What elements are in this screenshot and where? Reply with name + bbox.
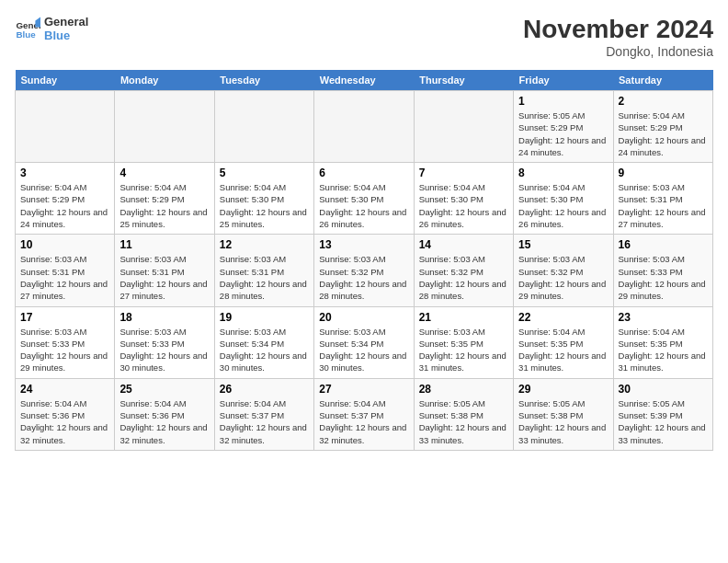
- calendar-table: SundayMondayTuesdayWednesdayThursdayFrid…: [15, 70, 713, 451]
- day-info: Sunrise: 5:04 AM Sunset: 5:37 PM Dayligh…: [220, 397, 309, 446]
- calendar-body: 1Sunrise: 5:05 AM Sunset: 5:29 PM Daylig…: [16, 91, 713, 451]
- day-number: 22: [518, 311, 608, 324]
- weekday-friday: Friday: [514, 70, 613, 91]
- day-info: Sunrise: 5:04 AM Sunset: 5:29 PM Dayligh…: [619, 109, 708, 158]
- weekday-tuesday: Tuesday: [214, 70, 313, 91]
- day-number: 10: [20, 238, 109, 251]
- week-row-3: 10Sunrise: 5:03 AM Sunset: 5:31 PM Dayli…: [16, 235, 713, 306]
- day-number: 5: [220, 167, 309, 179]
- day-cell: 21Sunrise: 5:03 AM Sunset: 5:35 PM Dayli…: [414, 306, 513, 378]
- day-cell: 2Sunrise: 5:04 AM Sunset: 5:29 PM Daylig…: [613, 91, 712, 163]
- day-info: Sunrise: 5:04 AM Sunset: 5:36 PM Dayligh…: [20, 397, 109, 446]
- svg-marker-2: [35, 17, 40, 27]
- day-number: 13: [319, 238, 408, 251]
- day-number: 18: [119, 311, 209, 324]
- day-cell: [414, 91, 513, 163]
- day-cell: 28Sunrise: 5:05 AM Sunset: 5:38 PM Dayli…: [414, 378, 513, 450]
- day-info: Sunrise: 5:04 AM Sunset: 5:36 PM Dayligh…: [119, 397, 209, 446]
- day-info: Sunrise: 5:04 AM Sunset: 5:35 PM Dayligh…: [619, 326, 708, 374]
- weekday-wednesday: Wednesday: [314, 70, 414, 91]
- day-cell: 15Sunrise: 5:03 AM Sunset: 5:32 PM Dayli…: [514, 235, 613, 306]
- week-row-5: 24Sunrise: 5:04 AM Sunset: 5:36 PM Dayli…: [16, 378, 713, 450]
- day-number: 19: [220, 311, 309, 324]
- day-cell: 29Sunrise: 5:05 AM Sunset: 5:38 PM Dayli…: [514, 378, 613, 450]
- day-cell: 24Sunrise: 5:04 AM Sunset: 5:36 PM Dayli…: [16, 378, 115, 450]
- day-cell: 16Sunrise: 5:03 AM Sunset: 5:33 PM Dayli…: [613, 235, 712, 306]
- day-cell: [16, 91, 115, 163]
- day-number: 23: [619, 311, 708, 324]
- day-number: 12: [220, 238, 309, 251]
- day-info: Sunrise: 5:05 AM Sunset: 5:39 PM Dayligh…: [619, 397, 708, 446]
- day-number: 6: [319, 167, 408, 179]
- day-number: 25: [119, 383, 209, 396]
- day-number: 2: [619, 95, 708, 108]
- day-cell: 1Sunrise: 5:05 AM Sunset: 5:29 PM Daylig…: [514, 91, 613, 163]
- day-cell: 5Sunrise: 5:04 AM Sunset: 5:30 PM Daylig…: [214, 163, 313, 235]
- logo: General Blue General Blue: [15, 15, 88, 42]
- day-info: Sunrise: 5:03 AM Sunset: 5:34 PM Dayligh…: [319, 326, 408, 374]
- day-number: 24: [20, 383, 109, 396]
- day-cell: 27Sunrise: 5:04 AM Sunset: 5:37 PM Dayli…: [314, 378, 414, 450]
- weekday-monday: Monday: [115, 70, 214, 91]
- day-number: 26: [220, 383, 309, 396]
- day-number: 14: [419, 238, 508, 251]
- day-info: Sunrise: 5:03 AM Sunset: 5:32 PM Dayligh…: [419, 253, 508, 302]
- day-cell: 9Sunrise: 5:03 AM Sunset: 5:31 PM Daylig…: [613, 163, 712, 235]
- weekday-header-row: SundayMondayTuesdayWednesdayThursdayFrid…: [16, 70, 713, 91]
- day-info: Sunrise: 5:04 AM Sunset: 5:35 PM Dayligh…: [518, 326, 608, 374]
- day-number: 20: [319, 311, 408, 324]
- day-info: Sunrise: 5:04 AM Sunset: 5:30 PM Dayligh…: [419, 181, 508, 230]
- day-info: Sunrise: 5:03 AM Sunset: 5:33 PM Dayligh…: [119, 326, 209, 374]
- day-cell: [214, 91, 313, 163]
- weekday-saturday: Saturday: [613, 70, 712, 91]
- day-cell: 20Sunrise: 5:03 AM Sunset: 5:34 PM Dayli…: [314, 306, 414, 378]
- day-info: Sunrise: 5:03 AM Sunset: 5:31 PM Dayligh…: [619, 181, 708, 230]
- day-cell: 22Sunrise: 5:04 AM Sunset: 5:35 PM Dayli…: [514, 306, 613, 378]
- day-number: 27: [319, 383, 408, 396]
- day-number: 16: [619, 238, 708, 251]
- day-info: Sunrise: 5:03 AM Sunset: 5:33 PM Dayligh…: [619, 253, 708, 302]
- day-info: Sunrise: 5:03 AM Sunset: 5:32 PM Dayligh…: [319, 253, 408, 302]
- day-info: Sunrise: 5:03 AM Sunset: 5:32 PM Dayligh…: [518, 253, 608, 302]
- day-info: Sunrise: 5:04 AM Sunset: 5:30 PM Dayligh…: [220, 181, 309, 230]
- day-cell: 30Sunrise: 5:05 AM Sunset: 5:39 PM Dayli…: [613, 378, 712, 450]
- day-info: Sunrise: 5:03 AM Sunset: 5:31 PM Dayligh…: [20, 253, 109, 302]
- logo-icon: General Blue: [15, 16, 40, 41]
- day-number: 11: [119, 238, 209, 251]
- day-info: Sunrise: 5:05 AM Sunset: 5:38 PM Dayligh…: [419, 397, 508, 446]
- day-info: Sunrise: 5:04 AM Sunset: 5:37 PM Dayligh…: [319, 397, 408, 446]
- day-info: Sunrise: 5:03 AM Sunset: 5:31 PM Dayligh…: [119, 253, 209, 302]
- week-row-4: 17Sunrise: 5:03 AM Sunset: 5:33 PM Dayli…: [16, 306, 713, 378]
- day-info: Sunrise: 5:03 AM Sunset: 5:34 PM Dayligh…: [220, 326, 309, 374]
- day-cell: 25Sunrise: 5:04 AM Sunset: 5:36 PM Dayli…: [115, 378, 214, 450]
- day-number: 21: [419, 311, 508, 324]
- day-number: 7: [419, 167, 508, 179]
- day-cell: 23Sunrise: 5:04 AM Sunset: 5:35 PM Dayli…: [613, 306, 712, 378]
- day-info: Sunrise: 5:03 AM Sunset: 5:35 PM Dayligh…: [419, 326, 508, 374]
- day-cell: 13Sunrise: 5:03 AM Sunset: 5:32 PM Dayli…: [314, 235, 414, 306]
- day-cell: 17Sunrise: 5:03 AM Sunset: 5:33 PM Dayli…: [16, 306, 115, 378]
- week-row-2: 3Sunrise: 5:04 AM Sunset: 5:29 PM Daylig…: [16, 163, 713, 235]
- day-cell: 8Sunrise: 5:04 AM Sunset: 5:30 PM Daylig…: [514, 163, 613, 235]
- day-cell: 3Sunrise: 5:04 AM Sunset: 5:29 PM Daylig…: [16, 163, 115, 235]
- day-info: Sunrise: 5:04 AM Sunset: 5:29 PM Dayligh…: [20, 181, 109, 230]
- day-cell: 11Sunrise: 5:03 AM Sunset: 5:31 PM Dayli…: [115, 235, 214, 306]
- day-info: Sunrise: 5:05 AM Sunset: 5:38 PM Dayligh…: [518, 397, 608, 446]
- day-number: 17: [20, 311, 109, 324]
- day-cell: 19Sunrise: 5:03 AM Sunset: 5:34 PM Dayli…: [214, 306, 313, 378]
- day-info: Sunrise: 5:03 AM Sunset: 5:31 PM Dayligh…: [220, 253, 309, 302]
- weekday-sunday: Sunday: [16, 70, 115, 91]
- day-number: 3: [20, 167, 109, 179]
- header: General Blue General Blue November 2024 …: [15, 15, 713, 59]
- day-cell: [314, 91, 414, 163]
- day-cell: [115, 91, 214, 163]
- day-info: Sunrise: 5:04 AM Sunset: 5:29 PM Dayligh…: [119, 181, 209, 230]
- day-number: 8: [518, 167, 608, 179]
- day-number: 1: [518, 95, 608, 108]
- logo-line1: General: [44, 15, 88, 29]
- day-cell: 12Sunrise: 5:03 AM Sunset: 5:31 PM Dayli…: [214, 235, 313, 306]
- day-cell: 18Sunrise: 5:03 AM Sunset: 5:33 PM Dayli…: [115, 306, 214, 378]
- day-number: 28: [419, 383, 508, 396]
- day-cell: 4Sunrise: 5:04 AM Sunset: 5:29 PM Daylig…: [115, 163, 214, 235]
- day-number: 30: [619, 383, 708, 396]
